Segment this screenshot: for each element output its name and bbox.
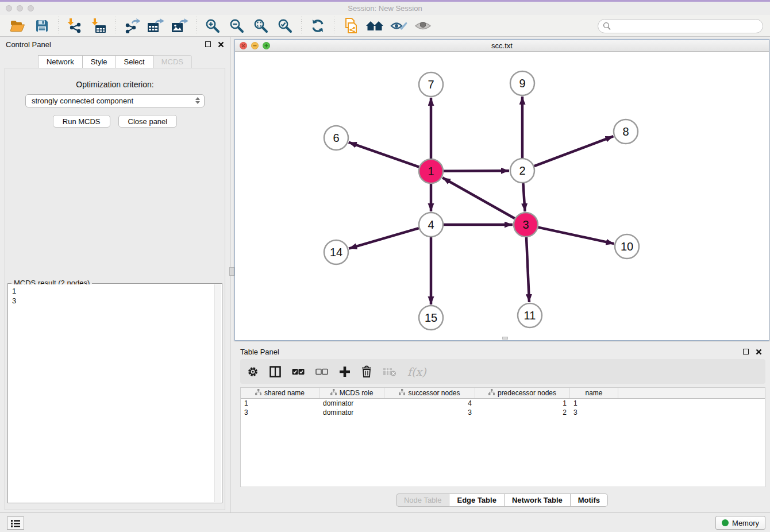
tab-network[interactable]: Network	[38, 55, 83, 68]
node-6[interactable]: 6	[324, 126, 348, 150]
optimization-criterion-select[interactable]: strongly connected component	[25, 94, 205, 107]
table-cell[interactable]: 1	[241, 399, 319, 408]
edge-4-14[interactable]	[349, 228, 419, 248]
column-header-MCDS-role[interactable]: MCDS role	[319, 388, 384, 398]
edge-1-2[interactable]	[444, 171, 509, 171]
search-icon	[603, 22, 611, 33]
node-3[interactable]: 3	[514, 213, 538, 237]
hide-elements-icon[interactable]	[389, 17, 409, 34]
network-window-titlebar[interactable]: scc.txt	[235, 40, 769, 52]
table-cell[interactable]: 4	[384, 399, 475, 408]
table-row[interactable]: 3dominator323	[241, 408, 765, 417]
task-history-button[interactable]	[7, 516, 24, 530]
node-15[interactable]: 15	[419, 306, 443, 330]
tab-style[interactable]: Style	[83, 55, 116, 68]
close-table-panel-icon[interactable]	[756, 349, 762, 355]
split-divider-grip[interactable]	[229, 267, 234, 276]
column-label: name	[585, 389, 602, 397]
column-header-shared-name[interactable]: shared name	[241, 388, 319, 398]
network-canvas[interactable]: 7968124314101511	[235, 52, 769, 340]
column-label: predecessor nodes	[498, 389, 556, 397]
export-table-icon[interactable]	[146, 17, 165, 34]
save-session-icon[interactable]	[32, 17, 52, 34]
show-elements-icon[interactable]	[413, 17, 433, 34]
gear-icon[interactable]	[247, 366, 259, 377]
node-label: 11	[524, 309, 536, 322]
deselect-all-icon[interactable]	[315, 368, 328, 375]
node-8[interactable]: 8	[614, 119, 638, 144]
edge-2-3[interactable]	[523, 183, 525, 211]
add-column-icon[interactable]	[339, 366, 351, 377]
column-split-icon[interactable]	[270, 366, 281, 377]
tab-mcds[interactable]: MCDS	[153, 55, 192, 68]
import-table-icon[interactable]	[89, 17, 109, 34]
table-cell[interactable]: dominator	[319, 408, 384, 417]
result-scrollbar[interactable]	[214, 284, 221, 502]
delete-column-icon[interactable]	[361, 365, 372, 377]
node-10[interactable]: 10	[615, 234, 639, 259]
edge-3-10[interactable]	[538, 228, 614, 244]
edge-2-8[interactable]	[534, 136, 614, 166]
memory-button[interactable]: Memory	[715, 516, 765, 530]
node-11[interactable]: 11	[518, 303, 542, 327]
column-header-successor-nodes[interactable]: successor nodes	[384, 388, 475, 398]
close-panel-icon[interactable]	[218, 41, 224, 48]
node-table[interactable]: shared nameMCDS rolesuccessor nodesprede…	[240, 387, 765, 487]
column-header-predecessor-nodes[interactable]: predecessor nodes	[475, 388, 570, 398]
zoom-fit-icon[interactable]	[251, 17, 271, 34]
float-panel-icon[interactable]	[205, 41, 211, 47]
table-cell[interactable]: dominator	[319, 399, 384, 408]
refresh-view-icon[interactable]	[308, 17, 328, 34]
table-row[interactable]: 1dominator411	[241, 399, 765, 408]
table-cell[interactable]: 3	[570, 408, 618, 417]
edge-3-11[interactable]	[526, 237, 529, 302]
table-cell[interactable]: 1	[475, 399, 570, 408]
close-panel-button[interactable]: Close panel	[118, 115, 178, 128]
edge-1-6[interactable]	[349, 142, 419, 167]
edge-3-1[interactable]	[442, 178, 515, 218]
node-1[interactable]: 1	[419, 159, 443, 183]
tab-select[interactable]: Select	[116, 55, 153, 68]
table-cell[interactable]: 2	[475, 408, 570, 417]
node-label: 9	[519, 77, 525, 90]
export-image-icon[interactable]	[170, 17, 190, 34]
export-network-icon[interactable]	[122, 17, 141, 34]
table-toolbar: f(x)	[240, 359, 765, 384]
float-table-panel-icon[interactable]	[743, 349, 749, 354]
select-all-icon[interactable]	[292, 368, 305, 375]
node-2[interactable]: 2	[510, 159, 534, 183]
zoom-in-icon[interactable]	[203, 17, 222, 34]
zoom-selected-icon[interactable]	[275, 17, 295, 34]
mcds-result-lines[interactable]: 13	[9, 284, 214, 502]
tree-icon	[255, 389, 261, 397]
table-panel: Table Panel	[234, 342, 770, 512]
tab-motifs[interactable]: Motifs	[571, 494, 608, 507]
column-header-name[interactable]: name	[570, 388, 618, 398]
tab-network-table[interactable]: Network Table	[505, 494, 571, 507]
zoom-out-icon[interactable]	[227, 17, 247, 34]
tree-icon	[330, 389, 337, 397]
node-9[interactable]: 9	[510, 71, 534, 95]
node-7[interactable]: 7	[419, 72, 443, 97]
toolbar-separator	[115, 17, 116, 35]
node-14[interactable]: 14	[324, 240, 348, 264]
search-input[interactable]	[598, 19, 763, 33]
table-cell[interactable]: 3	[241, 408, 319, 417]
table-cell[interactable]: 3	[384, 408, 475, 417]
canvas-bottom-grip[interactable]	[502, 337, 508, 340]
open-session-icon[interactable]	[8, 17, 28, 34]
node-4[interactable]: 4	[419, 213, 443, 237]
node-label: 6	[333, 132, 339, 144]
node-label: 15	[425, 311, 437, 324]
import-network-icon[interactable]	[65, 17, 84, 34]
tab-node-table[interactable]: Node Table	[396, 494, 450, 507]
toolbar-separator	[58, 17, 59, 35]
clone-network-icon[interactable]	[341, 17, 360, 34]
node-label: 3	[522, 218, 529, 231]
fx-label: f(x)	[407, 365, 426, 378]
home-icon[interactable]	[365, 17, 384, 34]
run-mcds-button[interactable]: Run MCDS	[53, 115, 110, 128]
table-cell[interactable]: 1	[570, 399, 618, 408]
table-tabs: Node TableEdge TableNetwork TableMotifs	[234, 494, 770, 507]
tab-edge-table[interactable]: Edge Table	[449, 494, 504, 507]
